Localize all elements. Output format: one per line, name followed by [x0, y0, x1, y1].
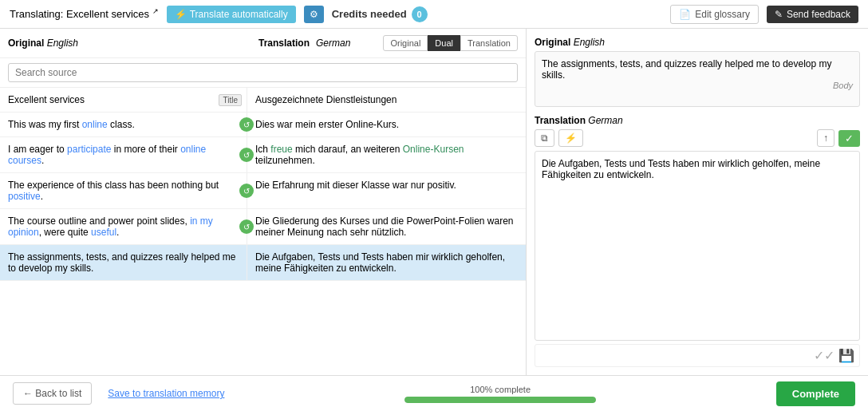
upload-button[interactable]: ↑ — [817, 129, 834, 147]
right-original-section: Original English The assignments, tests,… — [535, 37, 860, 107]
connector-icon: ↺ — [239, 117, 254, 132]
pencil-icon: ✎ — [775, 9, 783, 20]
translating-label: Translating: Excellent services ↗ — [10, 7, 159, 20]
view-dual-button[interactable]: Dual — [428, 35, 460, 51]
right-trans-bottom: ✓✓ 💾 — [535, 344, 860, 367]
progress-bar-background — [404, 397, 596, 403]
segment-original[interactable]: This was my first online class. — [0, 113, 247, 136]
segment-row: Excellent services Title Ausgezeichnete … — [0, 88, 526, 113]
right-translation-title: Translation German — [535, 115, 860, 126]
topbar: Translating: Excellent services ↗ ⚡ Tran… — [0, 0, 868, 29]
segment-original[interactable]: I am eager to participate in more of the… — [0, 137, 247, 172]
progress-label: 100% complete — [470, 385, 531, 394]
save-icon[interactable]: 💾 — [838, 348, 854, 363]
edit-glossary-button[interactable]: 📄 Edit glossary — [670, 5, 759, 24]
settings-button[interactable]: ⚙ — [304, 6, 324, 23]
segment-original[interactable]: The experience of this class has been no… — [0, 173, 247, 208]
left-panel: Original English Translation German Orig… — [0, 29, 527, 375]
right-translation-section: Translation German ⧉ ⚡ ↑ ✓ Die Aufgaben,… — [535, 115, 860, 367]
segment-translation[interactable]: ↺ Die Erfahrung mit dieser Klasse war nu… — [247, 173, 526, 208]
translate-automatically-button[interactable]: ⚡ Translate automatically — [167, 6, 296, 23]
bottombar: ← Back to list Save to translation memor… — [0, 375, 868, 411]
search-input[interactable] — [8, 63, 518, 82]
main-content: Original English Translation German Orig… — [0, 29, 868, 375]
progress-bar-fill — [404, 397, 596, 403]
lightning-icon: ⚡ — [175, 9, 187, 20]
segments-list: Excellent services Title Ausgezeichnete … — [0, 88, 526, 375]
progress-section: 100% complete — [240, 385, 760, 403]
complete-button[interactable]: Complete — [776, 381, 855, 406]
segment-original[interactable]: Excellent services Title — [0, 88, 247, 112]
lightning-translate-button[interactable]: ⚡ — [558, 129, 583, 147]
translation-textarea[interactable]: Die Aufgaben, Tests und Tests haben mir … — [535, 151, 860, 341]
segment-translation[interactable]: ↺ Ich freue mich darauf, an weiteren Onl… — [247, 137, 526, 172]
connector-icon: ↺ — [239, 219, 254, 234]
connector-icon: ↺ — [239, 184, 254, 198]
segment-translation[interactable]: ↺ Dies war mein erster Online-Kurs. — [247, 113, 526, 136]
segment-row: The course outline and power point slide… — [0, 209, 526, 245]
segment-row: I am eager to participate in more of the… — [0, 137, 526, 173]
credits-badge: 0 — [412, 6, 428, 22]
search-bar — [0, 58, 526, 88]
segment-translation[interactable]: ↺ Die Gliederung des Kurses und die Powe… — [247, 209, 526, 244]
view-translation-button[interactable]: Translation — [460, 35, 518, 51]
segment-row: The experience of this class has been no… — [0, 173, 526, 209]
credits-section: Credits needed 0 — [332, 6, 428, 22]
view-original-button[interactable]: Original — [383, 35, 428, 51]
view-toggle: Original Dual Translation — [383, 35, 518, 51]
back-to-list-button[interactable]: ← Back to list — [13, 382, 92, 405]
connector-icon: ↺ — [239, 148, 254, 162]
copy-button[interactable]: ⧉ — [535, 129, 554, 147]
original-column-header: Original English — [8, 38, 255, 49]
project-link[interactable]: Excellent services — [66, 9, 149, 21]
save-to-memory-button[interactable]: Save to translation memory — [108, 388, 224, 399]
glossary-icon: 📄 — [679, 9, 691, 20]
segment-row-active: The assignments, tests, and quizzes real… — [0, 245, 526, 281]
title-badge: Title — [219, 94, 242, 106]
send-feedback-button[interactable]: ✎ Send feedback — [767, 6, 858, 23]
translation-column-header: Translation German Original Dual Transla… — [258, 35, 518, 51]
segment-row: This was my first online class. ↺ Dies w… — [0, 113, 526, 137]
spell-check-icon[interactable]: ✓✓ — [814, 348, 834, 363]
right-trans-toolbar: ⧉ ⚡ ↑ ✓ — [535, 129, 860, 147]
segment-translation[interactable]: Ausgezeichnete Dienstleistungen — [247, 88, 526, 112]
right-original-title: Original English — [535, 37, 860, 48]
right-panel: Original English The assignments, tests,… — [527, 29, 868, 375]
panel-header: Original English Translation German Orig… — [0, 29, 526, 58]
segment-original[interactable]: The assignments, tests, and quizzes real… — [0, 245, 247, 280]
segment-original[interactable]: The course outline and power point slide… — [0, 209, 247, 244]
segment-translation[interactable]: Die Aufgaben, Tests und Tests haben mir … — [247, 245, 526, 280]
right-original-content: The assignments, tests, and quizzes real… — [535, 51, 860, 107]
confirm-button[interactable]: ✓ — [838, 130, 860, 147]
